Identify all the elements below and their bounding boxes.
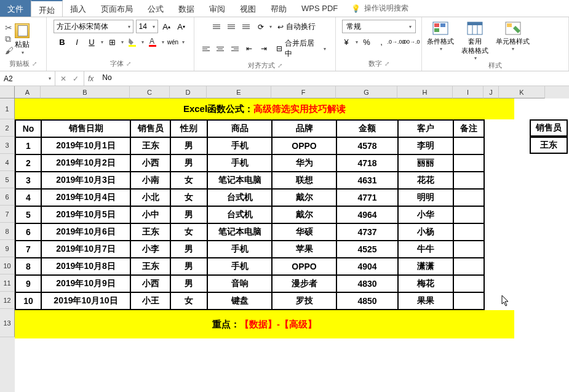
- cell-styles-button[interactable]: 单元格样式 ▾: [496, 21, 530, 52]
- table-cell[interactable]: [453, 292, 484, 310]
- percent-icon[interactable]: %: [360, 36, 373, 48]
- table-cell[interactable]: 男: [170, 154, 207, 172]
- table-cell[interactable]: 台式机: [207, 189, 272, 206]
- table-cell[interactable]: 苹果: [272, 241, 336, 258]
- row-header[interactable]: 4: [0, 154, 15, 171]
- table-cell[interactable]: 台式机: [207, 206, 272, 223]
- table-cell[interactable]: 2: [15, 154, 41, 172]
- table-cell[interactable]: 4771: [336, 189, 398, 206]
- table-header-cell[interactable]: 销售员: [130, 120, 170, 137]
- select-all-button[interactable]: [0, 86, 15, 98]
- table-cell[interactable]: 王东: [130, 223, 170, 241]
- table-cell[interactable]: OPPO: [272, 137, 336, 154]
- font-color-dropdown-icon[interactable]: ▾: [162, 39, 164, 45]
- table-cell[interactable]: 丽丽: [398, 154, 453, 172]
- table-header-cell[interactable]: 商品: [207, 120, 272, 137]
- increase-font-icon[interactable]: A▴: [161, 20, 173, 33]
- table-cell[interactable]: 笔记本电脑: [207, 223, 272, 241]
- table-cell[interactable]: 2019年10月2日: [41, 154, 130, 172]
- table-cell[interactable]: 小华: [398, 206, 453, 223]
- table-cell[interactable]: 小西: [130, 154, 170, 172]
- criteria-header[interactable]: 销售员: [530, 119, 568, 137]
- align-left-icon[interactable]: [199, 42, 213, 55]
- table-cell[interactable]: 4525: [336, 241, 398, 258]
- table-cell[interactable]: 2019年10月1日: [41, 137, 130, 154]
- tab-formula[interactable]: 公式: [140, 0, 171, 17]
- column-header[interactable]: K: [499, 86, 545, 98]
- table-cell[interactable]: 4718: [336, 154, 398, 172]
- align-center-icon[interactable]: [214, 42, 228, 55]
- conditional-format-button[interactable]: 条件格式 ▾: [427, 21, 454, 52]
- row-header[interactable]: 12: [0, 292, 15, 309]
- cancel-icon[interactable]: ✕: [60, 74, 66, 83]
- table-header-cell[interactable]: 性别: [170, 120, 207, 137]
- border-button[interactable]: ⊞: [106, 36, 118, 48]
- row-header[interactable]: 9: [0, 240, 15, 257]
- font-color-button[interactable]: A: [146, 36, 159, 48]
- table-cell[interactable]: 小杨: [398, 223, 453, 241]
- table-header-cell[interactable]: 客户: [398, 120, 453, 137]
- table-cell[interactable]: 手机: [207, 154, 272, 172]
- align-right-icon[interactable]: [228, 42, 242, 55]
- table-cell[interactable]: 4578: [336, 137, 398, 154]
- column-header[interactable]: E: [207, 86, 271, 98]
- row-header[interactable]: 10: [0, 257, 15, 274]
- font-name-select[interactable]: 方正小标宋简体 ▾: [54, 20, 133, 33]
- row-header[interactable]: 3: [0, 137, 15, 154]
- decrease-font-icon[interactable]: A▾: [175, 20, 188, 33]
- phonetic-button[interactable]: wén: [167, 36, 179, 48]
- table-cell[interactable]: 男: [170, 137, 207, 154]
- table-cell[interactable]: 小北: [130, 189, 170, 206]
- table-cell[interactable]: [453, 137, 484, 154]
- grid-main[interactable]: ABCDEFGHIJK Excel函数公式： 高级筛选实用技巧解读 No销售日期…: [15, 86, 569, 392]
- increase-indent-icon[interactable]: ⇥: [257, 42, 271, 55]
- bold-button[interactable]: B: [56, 36, 68, 48]
- formula-input[interactable]: No: [97, 71, 569, 86]
- table-cell[interactable]: 2019年10月3日: [41, 172, 130, 189]
- row-header[interactable]: 5: [0, 171, 15, 188]
- table-cell[interactable]: 7: [15, 241, 41, 258]
- row-header[interactable]: 13: [0, 309, 15, 337]
- criteria-value[interactable]: 王东: [530, 137, 568, 154]
- underline-dropdown-icon[interactable]: ▾: [101, 39, 103, 45]
- tab-view[interactable]: 视图: [233, 0, 263, 17]
- column-header[interactable]: G: [336, 86, 397, 98]
- align-bottom-icon[interactable]: [239, 21, 253, 33]
- cell-styles-dropdown-icon[interactable]: ▾: [496, 46, 530, 52]
- tab-help[interactable]: 帮助: [263, 0, 294, 17]
- table-header-cell[interactable]: 销售日期: [41, 120, 130, 137]
- format-painter-icon[interactable]: 🖌: [5, 46, 14, 55]
- table-cell[interactable]: [453, 189, 484, 206]
- table-cell[interactable]: 手机: [207, 241, 272, 258]
- fx-icon[interactable]: fx: [84, 71, 97, 86]
- table-cell[interactable]: 女: [170, 223, 207, 241]
- fill-dropdown-icon[interactable]: ▾: [141, 39, 144, 45]
- decrease-decimal-icon[interactable]: .00→.0: [405, 36, 417, 48]
- tab-wpspdf[interactable]: WPS PDF: [294, 0, 345, 17]
- table-dropdown-icon[interactable]: ▾: [462, 55, 488, 61]
- table-cell[interactable]: 戴尔: [272, 189, 336, 206]
- table-cell[interactable]: 小中: [130, 206, 170, 223]
- table-cell[interactable]: 音响: [207, 275, 272, 292]
- footer-banner[interactable]: 重点： 【数据】-【高级】: [15, 310, 514, 338]
- table-cell[interactable]: 小王: [130, 292, 170, 310]
- table-cell[interactable]: 男: [170, 275, 207, 292]
- fill-color-button[interactable]: [126, 36, 138, 48]
- column-header[interactable]: B: [41, 86, 130, 98]
- table-cell[interactable]: 华硕: [272, 223, 336, 241]
- table-cell[interactable]: 小南: [130, 172, 170, 189]
- table-cell[interactable]: 9: [15, 275, 41, 292]
- table-cell[interactable]: [453, 223, 484, 241]
- font-size-select[interactable]: 14 ▾: [136, 20, 158, 33]
- paste-button[interactable]: 粘贴 ▾: [15, 23, 30, 55]
- column-header[interactable]: F: [271, 86, 336, 98]
- row-header[interactable]: 6: [0, 188, 15, 206]
- title-banner[interactable]: Excel函数公式： 高级筛选实用技巧解读: [15, 98, 514, 119]
- table-cell[interactable]: 漫步者: [272, 275, 336, 292]
- tell-me-search[interactable]: 💡 操作说明搜索: [345, 0, 415, 17]
- table-header-cell[interactable]: No: [15, 120, 41, 137]
- criteria-range[interactable]: 销售员 王东: [530, 119, 568, 154]
- column-header[interactable]: H: [397, 86, 453, 98]
- row-header[interactable]: 8: [0, 223, 15, 240]
- table-cell[interactable]: 李明: [398, 137, 453, 154]
